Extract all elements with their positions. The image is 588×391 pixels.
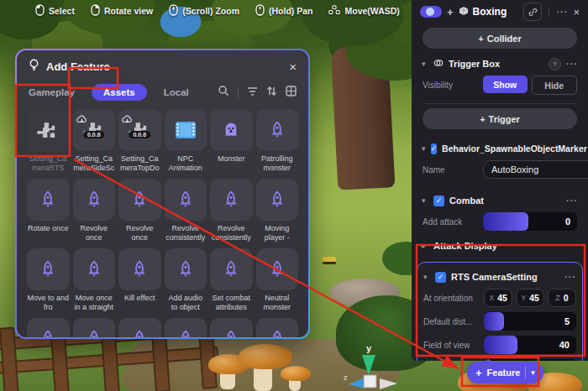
- feature-item-kill-effect[interactable]: Kill effect: [118, 248, 161, 312]
- toolbar-select[interactable]: Select: [35, 4, 75, 18]
- feature-item-setting-cameratopdown[interactable]: 0.0.6 Setting_CameraTopDown: [118, 109, 161, 173]
- checkbox-checked-icon[interactable]: ✓: [431, 143, 438, 154]
- feature-item-revolve-once-vertically[interactable]: Revolve once vertically: [73, 179, 116, 242]
- rts-camera-setting-section: ▾ ✓ RTS CameraSetting ··· At orientation…: [417, 262, 583, 361]
- chevron-down-icon[interactable]: ▾: [531, 368, 535, 377]
- help-icon[interactable]: ?: [549, 58, 561, 70]
- section-title-combat: Combat: [449, 196, 561, 206]
- feature-item-setting-camerasidescroll[interactable]: 0.0.6 Setting_CameraSideScroll: [73, 109, 116, 173]
- more-icon[interactable]: ···: [566, 196, 578, 206]
- toolbar-move-wasd[interactable]: Move(WASD): [328, 5, 399, 17]
- more-icon[interactable]: ···: [556, 7, 568, 17]
- tab-assets[interactable]: Assets: [92, 84, 147, 101]
- feature-item-neutral-monster[interactable]: Neutral monster: [256, 248, 299, 312]
- rocket-icon: [84, 190, 104, 210]
- add-collider-button[interactable]: + Collider: [423, 28, 577, 49]
- collapse-caret-icon[interactable]: ▾: [422, 60, 428, 68]
- more-icon[interactable]: ···: [564, 272, 576, 282]
- feature-item-npc-animation[interactable]: NPC Animation: [165, 109, 207, 173]
- feature-item-setting-camerarts[interactable]: Setting_CameraRTS: [27, 109, 70, 173]
- default-distance-slider[interactable]: 5: [484, 312, 576, 331]
- link-icon[interactable]: [523, 3, 542, 21]
- feature-item-customized[interactable]: Customized: [256, 318, 299, 337]
- feature-item-label: Rotate once: [27, 224, 70, 242]
- feature-item-monster[interactable]: Monster: [210, 109, 253, 173]
- close-icon[interactable]: ×: [289, 60, 297, 73]
- feature-item-label: Neutral monster: [256, 294, 299, 312]
- gizmo-y-arrow: [362, 355, 375, 375]
- toolbar-scroll-zoom[interactable]: (Scroll) Zoom: [169, 4, 239, 18]
- plus-icon: +: [478, 34, 483, 44]
- rocket-icon: [38, 190, 58, 210]
- feature-item-set-patrol[interactable]: Set Patrol: [165, 318, 207, 337]
- more-icon[interactable]: ···: [566, 59, 578, 69]
- tab-local[interactable]: Local: [164, 87, 189, 97]
- rocket-icon: [267, 259, 287, 279]
- feature-item-label: Setting_CameraRTS: [27, 154, 70, 173]
- filter-icon[interactable]: [247, 85, 258, 100]
- feature-item-move-once-in-a-straight-line[interactable]: Move once in a straight line: [73, 248, 116, 312]
- cube-icon: [459, 6, 469, 18]
- trigger-box-icon: [433, 56, 444, 71]
- grid-view-icon[interactable]: [286, 85, 297, 100]
- rocket-icon: [221, 259, 241, 279]
- orientation-z-field[interactable]: Z 0: [548, 289, 576, 307]
- feature-grid: Setting_CameraRTS 0.0.6 Setting_CameraSi…: [17, 106, 308, 337]
- hide-button[interactable]: Hide: [532, 76, 578, 95]
- add-attack-slider[interactable]: 0: [483, 212, 577, 231]
- visibility-label: Visibility: [423, 81, 483, 90]
- dialog-title: Add Feature: [46, 60, 282, 73]
- feature-item-rotate-once[interactable]: Rotate once: [27, 179, 70, 242]
- divider: [238, 86, 239, 98]
- collapse-caret-icon[interactable]: ▾: [422, 196, 428, 205]
- toolbar-rotate-view[interactable]: Rotate view: [91, 4, 153, 18]
- rocket-icon: [221, 190, 241, 210]
- feature-item-monster-with[interactable]: Monster with: [118, 318, 161, 337]
- feature-item-label: Setting_CameraTopDown: [118, 154, 161, 173]
- close-icon[interactable]: ×: [573, 6, 580, 18]
- puzzle-icon: [37, 119, 59, 141]
- feature-item-revolve-once-horizontally[interactable]: Revolve once horizontally: [118, 179, 161, 242]
- gizmo-y-label: y: [366, 343, 372, 353]
- orientation-y-field[interactable]: Y 45: [516, 289, 544, 307]
- name-input[interactable]: [483, 160, 588, 179]
- feature-item-monster-with[interactable]: Monster with: [73, 318, 116, 337]
- field-of-view-slider[interactable]: 40: [484, 336, 576, 354]
- feature-item-move-to-and-fro[interactable]: Move to and fro: [27, 248, 70, 312]
- divider: [549, 7, 549, 17]
- feature-item-add-audio-to-object[interactable]: Add audio to object: [165, 248, 207, 312]
- orientation-x-field[interactable]: X 45: [484, 289, 512, 307]
- feature-item-revolve-consistently-h[interactable]: Revolve consistently h...: [210, 179, 253, 242]
- rocket-icon: [84, 329, 104, 337]
- section-title-behavior: Behavior_SpawnableObjectMarker: [442, 143, 587, 154]
- add-trigger-button[interactable]: + Trigger: [423, 108, 577, 129]
- divider: [525, 367, 526, 378]
- feature-item-monster-with[interactable]: Monster with: [27, 318, 70, 337]
- collapse-caret-icon[interactable]: ▾: [423, 273, 430, 281]
- feature-item-set-move[interactable]: Set Move: [210, 318, 253, 337]
- search-icon[interactable]: [218, 85, 229, 100]
- checkbox-checked-icon[interactable]: ✓: [435, 272, 446, 283]
- divider: [423, 103, 577, 104]
- checkbox-checked-icon[interactable]: ✓: [433, 196, 444, 206]
- sensitivity-slider[interactable]: 0.3: [484, 359, 576, 361]
- add-feature-button[interactable]: + Feature ▾: [467, 362, 543, 383]
- feature-item-label: Moving player - killing gear: [256, 224, 299, 242]
- section-title-attack-display: Attack Display: [433, 241, 578, 251]
- sort-icon[interactable]: [266, 85, 277, 100]
- show-button[interactable]: Show: [483, 76, 528, 93]
- expand-caret-icon[interactable]: ▸: [422, 242, 428, 250]
- dialog-tabs: Gameplay Assets Local: [17, 78, 308, 106]
- feature-item-revolve-consistently-v[interactable]: Revolve consistently v...: [165, 179, 207, 242]
- feature-item-label: Move once in a straight line: [73, 294, 116, 312]
- collapse-caret-icon[interactable]: ▾: [422, 144, 426, 153]
- feature-item-patrolling-monster[interactable]: Patrolling monster: [256, 109, 299, 173]
- toolbar-hold-pan[interactable]: (Hold) Pan: [255, 4, 313, 18]
- feature-item-set-combat-attributes[interactable]: Set combat attributes: [210, 248, 253, 312]
- visibility-toggle[interactable]: [420, 6, 442, 18]
- tab-gameplay[interactable]: Gameplay: [29, 87, 75, 97]
- feature-item-moving-player-killing-gear[interactable]: Moving player - killing gear: [256, 179, 299, 242]
- plus-icon: +: [475, 367, 482, 379]
- transform-gizmo[interactable]: y z: [340, 340, 407, 391]
- add-icon[interactable]: +: [447, 6, 454, 18]
